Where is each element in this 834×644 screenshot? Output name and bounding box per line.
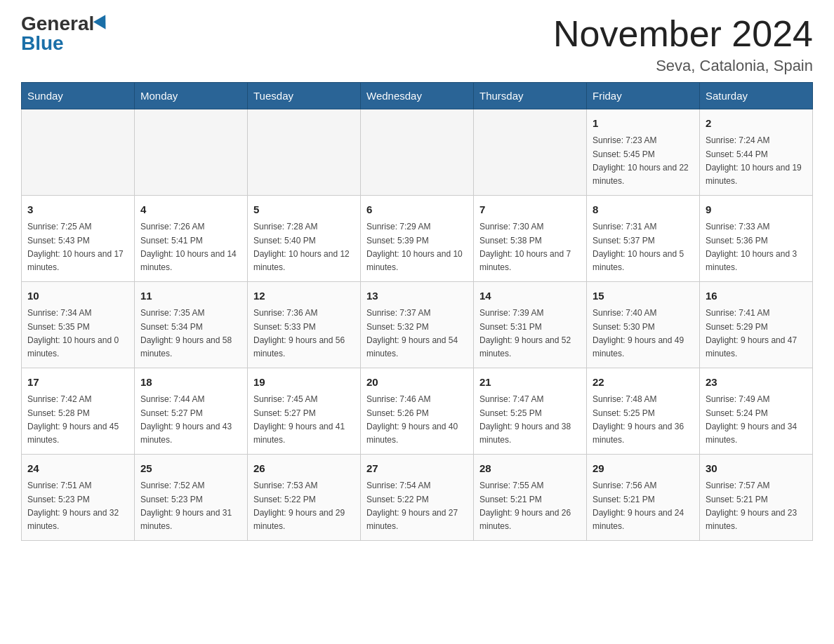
calendar-cell: 10Sunrise: 7:34 AMSunset: 5:35 PMDayligh…	[22, 282, 135, 368]
calendar-cell	[474, 109, 587, 196]
day-of-week-header: Sunday	[22, 83, 135, 109]
calendar-header-row: SundayMondayTuesdayWednesdayThursdayFrid…	[22, 83, 813, 109]
sun-info: Sunrise: 7:53 AMSunset: 5:22 PMDaylight:…	[253, 479, 355, 533]
sun-info: Sunrise: 7:45 AMSunset: 5:27 PMDaylight:…	[253, 393, 355, 447]
calendar-week-row: 10Sunrise: 7:34 AMSunset: 5:35 PMDayligh…	[22, 282, 813, 368]
day-number: 11	[140, 288, 241, 304]
calendar-cell: 24Sunrise: 7:51 AMSunset: 5:23 PMDayligh…	[22, 455, 135, 541]
day-number: 24	[27, 460, 128, 476]
sun-info: Sunrise: 7:24 AMSunset: 5:44 PMDaylight:…	[706, 134, 807, 188]
calendar-cell: 23Sunrise: 7:49 AMSunset: 5:24 PMDayligh…	[700, 368, 813, 455]
sun-info: Sunrise: 7:26 AMSunset: 5:41 PMDaylight:…	[140, 220, 241, 274]
day-number: 19	[253, 374, 355, 390]
calendar-cell: 6Sunrise: 7:29 AMSunset: 5:39 PMDaylight…	[361, 196, 474, 282]
sun-info: Sunrise: 7:23 AMSunset: 5:45 PMDaylight:…	[593, 134, 694, 188]
day-of-week-header: Wednesday	[361, 83, 474, 109]
sun-info: Sunrise: 7:55 AMSunset: 5:21 PMDaylight:…	[479, 479, 581, 533]
calendar-table: SundayMondayTuesdayWednesdayThursdayFrid…	[21, 82, 813, 541]
day-number: 25	[140, 460, 241, 476]
calendar-cell: 1Sunrise: 7:23 AMSunset: 5:45 PMDaylight…	[587, 109, 700, 196]
calendar-cell: 30Sunrise: 7:57 AMSunset: 5:21 PMDayligh…	[700, 455, 813, 541]
day-number: 14	[479, 288, 581, 304]
calendar-cell: 18Sunrise: 7:44 AMSunset: 5:27 PMDayligh…	[135, 368, 248, 455]
sun-info: Sunrise: 7:29 AMSunset: 5:39 PMDaylight:…	[366, 220, 468, 274]
day-number: 13	[366, 288, 468, 304]
location-title: Seva, Catalonia, Spain	[553, 57, 813, 75]
calendar-cell: 22Sunrise: 7:48 AMSunset: 5:25 PMDayligh…	[587, 368, 700, 455]
calendar-cell: 12Sunrise: 7:36 AMSunset: 5:33 PMDayligh…	[248, 282, 361, 368]
calendar-cell: 9Sunrise: 7:33 AMSunset: 5:36 PMDaylight…	[700, 196, 813, 282]
day-number: 27	[366, 460, 468, 476]
calendar-cell	[361, 109, 474, 196]
day-number: 9	[706, 201, 807, 217]
calendar-cell: 14Sunrise: 7:39 AMSunset: 5:31 PMDayligh…	[474, 282, 587, 368]
title-section: November 2024 Seva, Catalonia, Spain	[553, 14, 813, 75]
sun-info: Sunrise: 7:41 AMSunset: 5:29 PMDaylight:…	[706, 307, 807, 361]
day-number: 6	[366, 201, 468, 217]
day-of-week-header: Tuesday	[248, 83, 361, 109]
day-number: 15	[593, 288, 694, 304]
calendar-week-row: 1Sunrise: 7:23 AMSunset: 5:45 PMDaylight…	[22, 109, 813, 196]
sun-info: Sunrise: 7:42 AMSunset: 5:28 PMDaylight:…	[27, 393, 128, 447]
calendar-cell: 7Sunrise: 7:30 AMSunset: 5:38 PMDaylight…	[474, 196, 587, 282]
sun-info: Sunrise: 7:44 AMSunset: 5:27 PMDaylight:…	[140, 393, 241, 447]
sun-info: Sunrise: 7:30 AMSunset: 5:38 PMDaylight:…	[479, 220, 581, 274]
day-of-week-header: Thursday	[474, 83, 587, 109]
sun-info: Sunrise: 7:51 AMSunset: 5:23 PMDaylight:…	[27, 479, 128, 533]
day-number: 8	[593, 201, 694, 217]
day-number: 2	[706, 115, 807, 131]
calendar-cell: 17Sunrise: 7:42 AMSunset: 5:28 PMDayligh…	[22, 368, 135, 455]
calendar-cell: 13Sunrise: 7:37 AMSunset: 5:32 PMDayligh…	[361, 282, 474, 368]
calendar-cell: 26Sunrise: 7:53 AMSunset: 5:22 PMDayligh…	[248, 455, 361, 541]
calendar-cell: 25Sunrise: 7:52 AMSunset: 5:23 PMDayligh…	[135, 455, 248, 541]
calendar-cell: 4Sunrise: 7:26 AMSunset: 5:41 PMDaylight…	[135, 196, 248, 282]
logo: General Blue	[21, 14, 110, 53]
sun-info: Sunrise: 7:33 AMSunset: 5:36 PMDaylight:…	[706, 220, 807, 274]
day-number: 4	[140, 201, 241, 217]
month-title: November 2024	[553, 14, 813, 54]
day-number: 18	[140, 374, 241, 390]
calendar-cell: 11Sunrise: 7:35 AMSunset: 5:34 PMDayligh…	[135, 282, 248, 368]
calendar-cell: 15Sunrise: 7:40 AMSunset: 5:30 PMDayligh…	[587, 282, 700, 368]
logo-general: General	[21, 14, 94, 34]
day-number: 7	[479, 201, 581, 217]
calendar-cell: 21Sunrise: 7:47 AMSunset: 5:25 PMDayligh…	[474, 368, 587, 455]
sun-info: Sunrise: 7:56 AMSunset: 5:21 PMDaylight:…	[593, 479, 694, 533]
calendar-cell: 8Sunrise: 7:31 AMSunset: 5:37 PMDaylight…	[587, 196, 700, 282]
calendar-cell: 28Sunrise: 7:55 AMSunset: 5:21 PMDayligh…	[474, 455, 587, 541]
sun-info: Sunrise: 7:28 AMSunset: 5:40 PMDaylight:…	[253, 220, 355, 274]
sun-info: Sunrise: 7:52 AMSunset: 5:23 PMDaylight:…	[140, 479, 241, 533]
day-number: 17	[27, 374, 128, 390]
calendar-cell: 16Sunrise: 7:41 AMSunset: 5:29 PMDayligh…	[700, 282, 813, 368]
day-number: 1	[593, 115, 694, 131]
sun-info: Sunrise: 7:49 AMSunset: 5:24 PMDaylight:…	[706, 393, 807, 447]
calendar-week-row: 17Sunrise: 7:42 AMSunset: 5:28 PMDayligh…	[22, 368, 813, 455]
sun-info: Sunrise: 7:34 AMSunset: 5:35 PMDaylight:…	[27, 307, 128, 361]
day-number: 20	[366, 374, 468, 390]
calendar-cell	[135, 109, 248, 196]
day-number: 21	[479, 374, 581, 390]
calendar-cell: 2Sunrise: 7:24 AMSunset: 5:44 PMDaylight…	[700, 109, 813, 196]
sun-info: Sunrise: 7:31 AMSunset: 5:37 PMDaylight:…	[593, 220, 694, 274]
day-number: 10	[27, 288, 128, 304]
sun-info: Sunrise: 7:40 AMSunset: 5:30 PMDaylight:…	[593, 307, 694, 361]
day-number: 30	[706, 460, 807, 476]
calendar-cell: 3Sunrise: 7:25 AMSunset: 5:43 PMDaylight…	[22, 196, 135, 282]
sun-info: Sunrise: 7:46 AMSunset: 5:26 PMDaylight:…	[366, 393, 468, 447]
calendar-cell	[22, 109, 135, 196]
calendar-cell: 29Sunrise: 7:56 AMSunset: 5:21 PMDayligh…	[587, 455, 700, 541]
sun-info: Sunrise: 7:36 AMSunset: 5:33 PMDaylight:…	[253, 307, 355, 361]
day-of-week-header: Saturday	[700, 83, 813, 109]
day-number: 23	[706, 374, 807, 390]
sun-info: Sunrise: 7:54 AMSunset: 5:22 PMDaylight:…	[366, 479, 468, 533]
calendar-cell: 27Sunrise: 7:54 AMSunset: 5:22 PMDayligh…	[361, 455, 474, 541]
day-of-week-header: Friday	[587, 83, 700, 109]
sun-info: Sunrise: 7:48 AMSunset: 5:25 PMDaylight:…	[593, 393, 694, 447]
sun-info: Sunrise: 7:57 AMSunset: 5:21 PMDaylight:…	[706, 479, 807, 533]
calendar-cell: 19Sunrise: 7:45 AMSunset: 5:27 PMDayligh…	[248, 368, 361, 455]
calendar-week-row: 3Sunrise: 7:25 AMSunset: 5:43 PMDaylight…	[22, 196, 813, 282]
logo-triangle-icon	[93, 15, 112, 33]
day-of-week-header: Monday	[135, 83, 248, 109]
sun-info: Sunrise: 7:25 AMSunset: 5:43 PMDaylight:…	[27, 220, 128, 274]
sun-info: Sunrise: 7:37 AMSunset: 5:32 PMDaylight:…	[366, 307, 468, 361]
